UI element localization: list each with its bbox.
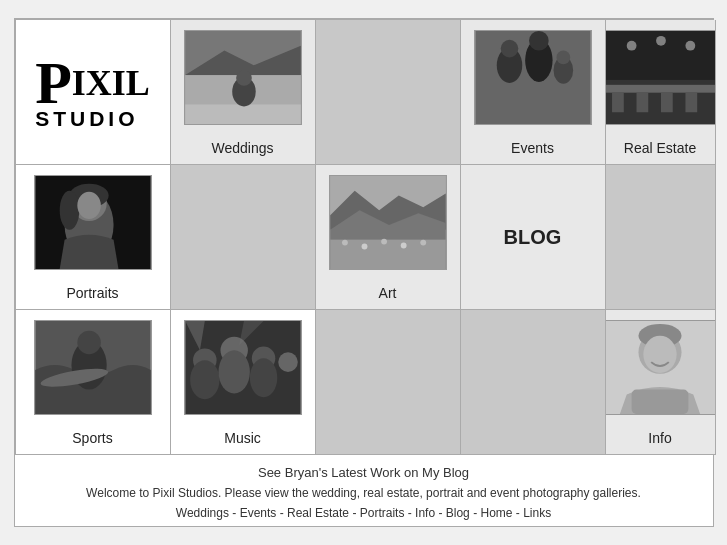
- nav-events[interactable]: Events: [240, 506, 277, 520]
- sports-label: Sports: [72, 430, 112, 446]
- info-photo: [606, 320, 716, 415]
- portraits-photo: [34, 175, 152, 270]
- svg-point-49: [218, 350, 249, 393]
- svg-point-22: [627, 41, 637, 51]
- nav-weddings[interactable]: Weddings: [176, 506, 229, 520]
- svg-rect-2: [185, 104, 301, 124]
- svg-point-11: [529, 31, 549, 51]
- music-photo: [184, 320, 302, 415]
- svg-rect-20: [661, 93, 673, 113]
- empty-cell-3: [606, 165, 716, 310]
- svg-rect-17: [606, 85, 716, 93]
- svg-rect-21: [685, 93, 697, 113]
- nav-links[interactable]: Links: [523, 506, 551, 520]
- realestate-photo: [606, 30, 716, 125]
- info-label: Info: [648, 430, 671, 446]
- art-label: Art: [379, 285, 397, 301]
- logo-ixil: IXIL: [72, 65, 150, 101]
- sports-cell[interactable]: Sports: [16, 310, 171, 455]
- blog-link[interactable]: See Bryan's Latest Work on My Blog: [15, 465, 713, 480]
- nav-info[interactable]: Info: [415, 506, 435, 520]
- nav-realestate[interactable]: Real Estate: [287, 506, 349, 520]
- weddings-photo: [184, 30, 302, 125]
- info-cell[interactable]: Info: [606, 310, 716, 455]
- svg-point-38: [381, 239, 387, 245]
- svg-point-23: [656, 36, 666, 46]
- svg-point-36: [341, 240, 347, 246]
- blog-cell[interactable]: BLOG: [461, 165, 606, 310]
- art-cell[interactable]: Art: [316, 165, 461, 310]
- art-photo: [329, 175, 447, 270]
- footer: See Bryan's Latest Work on My Blog Welco…: [15, 455, 713, 526]
- photo-grid: P IXIL STUDIO: [15, 19, 713, 455]
- svg-point-6: [236, 70, 252, 86]
- portraits-label: Portraits: [66, 285, 118, 301]
- svg-point-30: [77, 192, 100, 219]
- logo-p: P: [35, 53, 72, 113]
- nav-home[interactable]: Home: [480, 506, 512, 520]
- svg-point-39: [400, 243, 406, 249]
- logo: P IXIL STUDIO: [35, 53, 150, 131]
- portraits-cell[interactable]: Portraits: [16, 165, 171, 310]
- svg-point-47: [190, 360, 219, 399]
- music-label: Music: [224, 430, 261, 446]
- svg-rect-19: [637, 93, 649, 113]
- svg-point-58: [643, 336, 676, 373]
- empty-cell-2: [171, 165, 316, 310]
- weddings-cell[interactable]: Weddings: [171, 20, 316, 165]
- svg-point-37: [361, 244, 367, 250]
- svg-point-40: [420, 240, 426, 246]
- svg-point-9: [500, 40, 518, 58]
- events-cell[interactable]: Events: [461, 20, 606, 165]
- events-photo: [474, 30, 592, 125]
- realestate-cell[interactable]: Real Estate: [606, 20, 716, 165]
- logo-studio: STUDIO: [35, 107, 150, 131]
- blog-label: BLOG: [504, 226, 562, 249]
- empty-cell-1: [316, 20, 461, 165]
- svg-point-52: [278, 352, 298, 372]
- weddings-label: Weddings: [211, 140, 273, 156]
- nav-blog[interactable]: Blog: [446, 506, 470, 520]
- nav-portraits[interactable]: Portraits: [360, 506, 405, 520]
- svg-rect-59: [632, 390, 689, 414]
- welcome-text: Welcome to Pixil Studios. Please view th…: [15, 486, 713, 500]
- svg-point-29: [59, 191, 79, 230]
- svg-rect-18: [612, 93, 624, 113]
- main-container: P IXIL STUDIO: [14, 18, 714, 527]
- footer-nav: Weddings - Events - Real Estate - Portra…: [15, 506, 713, 520]
- logo-cell[interactable]: P IXIL STUDIO: [16, 20, 171, 165]
- sports-photo: [34, 320, 152, 415]
- svg-point-24: [685, 41, 695, 51]
- music-cell[interactable]: Music: [171, 310, 316, 455]
- events-label: Events: [511, 140, 554, 156]
- svg-point-13: [556, 51, 570, 65]
- svg-point-43: [77, 331, 100, 354]
- svg-point-51: [249, 358, 276, 397]
- empty-cell-5: [461, 310, 606, 455]
- empty-cell-4: [316, 310, 461, 455]
- svg-rect-35: [330, 240, 446, 269]
- realestate-label: Real Estate: [624, 140, 696, 156]
